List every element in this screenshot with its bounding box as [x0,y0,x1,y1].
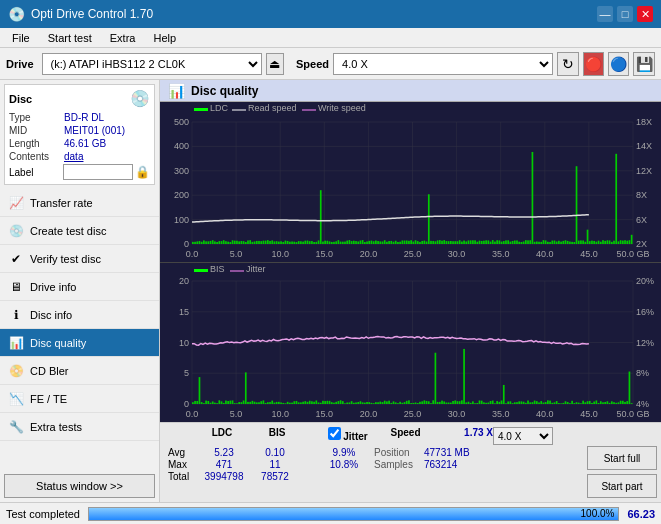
sidebar-item-cd-bler[interactable]: 📀 CD Bler [0,357,159,385]
sidebar-item-transfer-rate[interactable]: 📈 Transfer rate [0,189,159,217]
drive-select[interactable]: (k:) ATAPI iHBS112 2 CL0K [42,53,262,75]
stats-bar: LDC BIS Jitter Speed 1.73 X 4.0 X Avg 5.… [160,422,661,502]
settings-button[interactable]: 🔴 [583,52,604,76]
status-text: Test completed [6,508,80,520]
save-button[interactable]: 💾 [633,52,654,76]
speed-col-header: Speed [378,427,433,445]
disc-contents-row: Contents data [9,151,150,162]
drive-info-icon: 🖥 [8,279,24,295]
jitter-checkbox[interactable] [328,427,341,440]
avg-label: Avg [168,447,196,458]
menu-file[interactable]: File [4,30,38,46]
drive-label: Drive [6,58,34,70]
jitter-col-header: Jitter [318,427,378,445]
statusbar-speed: 66.23 [627,508,655,520]
bis-col-header: BIS [252,427,302,445]
disc-info-icon: ℹ [8,307,24,323]
bis-canvas [160,263,661,422]
titlebar: 💿 Opti Drive Control 1.70 — □ ✕ [0,0,661,28]
total-label: Total [168,471,196,482]
charts-container [160,102,661,422]
max-ldc: 471 [196,459,252,470]
window-controls: — □ ✕ [597,6,653,22]
chart-bis [160,263,661,422]
samples-label: Samples [374,459,424,470]
position-label: Position [374,447,424,458]
total-bis: 78572 [252,471,298,482]
ldc-canvas [160,102,661,262]
progress-bar-container: 100.0% [88,507,619,521]
eject-button[interactable]: ⏏ [266,53,284,75]
avg-jitter: 9.9% [314,447,374,458]
sidebar-item-fe-te[interactable]: 📉 FE / TE [0,385,159,413]
max-label: Max [168,459,196,470]
start-full-button[interactable]: Start full [587,446,657,470]
disc-quality-header: 📊 Disc quality [160,80,661,102]
sidebar-item-disc-quality[interactable]: 📊 Disc quality [0,329,159,357]
max-bis: 11 [252,459,298,470]
disc-label-input[interactable] [63,164,133,180]
close-button[interactable]: ✕ [637,6,653,22]
fe-te-icon: 📉 [8,391,24,407]
content-area: 📊 Disc quality LDC BIS Jitter [160,80,661,502]
speed-label: Speed [296,58,329,70]
disc-label-row: Label 🔒 [9,164,150,180]
disc-panel-header: Disc 💿 [9,89,150,108]
extra-tests-icon: 🔧 [8,419,24,435]
status-window-button[interactable]: Status window >> [4,474,155,498]
drive-toolbar: Drive (k:) ATAPI iHBS112 2 CL0K ⏏ Speed … [0,48,661,80]
avg-bis: 0.10 [252,447,298,458]
menu-extra[interactable]: Extra [102,30,144,46]
start-part-button[interactable]: Start part [587,474,657,498]
sidebar-item-create-test-disc[interactable]: 💿 Create test disc [0,217,159,245]
nav-items: 📈 Transfer rate 💿 Create test disc ✔ Ver… [0,189,159,441]
menubar: File Start test Extra Help [0,28,661,48]
info-button[interactable]: 🔵 [608,52,629,76]
max-jitter: 10.8% [314,459,374,470]
create-test-disc-icon: 💿 [8,223,24,239]
disc-quality-header-icon: 📊 [168,83,185,99]
sidebar-item-drive-info[interactable]: 🖥 Drive info [0,273,159,301]
verify-test-disc-icon: ✔ [8,251,24,267]
avg-ldc: 5.23 [196,447,252,458]
refresh-button[interactable]: ↻ [557,52,578,76]
progress-label: 100.0% [581,508,615,520]
sidebar-item-disc-info[interactable]: ℹ Disc info [0,301,159,329]
disc-icon: 💿 [130,89,150,108]
main-layout: Disc 💿 Type BD-R DL MID MEIT01 (001) Len… [0,80,661,502]
menu-help[interactable]: Help [145,30,184,46]
total-samples: 763214 [424,459,457,470]
speed-stats-select[interactable]: 4.0 X [493,427,553,445]
sidebar-item-extra-tests[interactable]: 🔧 Extra tests [0,413,159,441]
disc-panel: Disc 💿 Type BD-R DL MID MEIT01 (001) Len… [4,84,155,185]
cd-bler-icon: 📀 [8,363,24,379]
disc-quality-icon: 📊 [8,335,24,351]
sidebar: Disc 💿 Type BD-R DL MID MEIT01 (001) Len… [0,80,160,502]
statusbar: Test completed 100.0% 66.23 [0,502,661,524]
disc-type-row: Type BD-R DL [9,112,150,123]
app-title: 💿 Opti Drive Control 1.70 [8,6,153,22]
total-ldc: 3994798 [196,471,252,482]
minimize-button[interactable]: — [597,6,613,22]
progress-bar [89,508,618,520]
disc-length-row: Length 46.61 GB [9,138,150,149]
chart-ldc [160,102,661,263]
transfer-rate-icon: 📈 [8,195,24,211]
max-position: 47731 MB [424,447,470,458]
speed-select[interactable]: 4.0 X 1.0 X 2.0 X 8.0 X Max [333,53,553,75]
disc-mid-row: MID MEIT01 (001) [9,125,150,136]
maximize-button[interactable]: □ [617,6,633,22]
menu-starttest[interactable]: Start test [40,30,100,46]
lock-icon[interactable]: 🔒 [135,165,150,179]
sidebar-item-verify-test-disc[interactable]: ✔ Verify test disc [0,245,159,273]
ldc-col-header: LDC [192,427,252,445]
